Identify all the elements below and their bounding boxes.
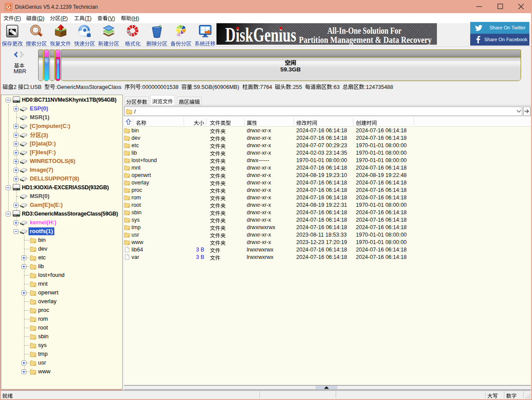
svg-text:Partition Management & Data Re: Partition Management & Data Recovery xyxy=(299,35,432,45)
svg-text:DiskGenius: DiskGenius xyxy=(225,24,296,46)
svg-text:All-In-One Solution For: All-In-One Solution For xyxy=(327,25,401,36)
